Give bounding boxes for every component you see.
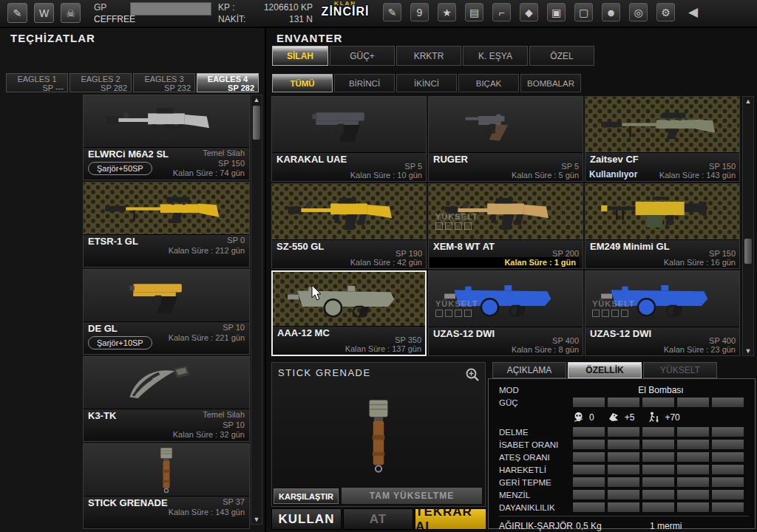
- cart-icon[interactable]: ▤: [465, 3, 483, 21]
- inventory-cell[interactable]: AAA-12 MC SP 350 Kalan Süre : 137 gün: [271, 270, 427, 356]
- equipment-panel: TEÇHİZATLAR EAGLES 1 SP --- EAGLES 2 SP …: [0, 28, 265, 532]
- notepad-icon[interactable]: ✎: [7, 3, 27, 23]
- inventory-sub-tabs: TÜMÜBİRİNCİİKİNCİBIÇAKBOMBALAR: [272, 74, 581, 92]
- upgrade-watermark: YÜKSELT: [592, 299, 635, 317]
- tab-g-[interactable]: GÜÇ+: [330, 46, 395, 66]
- weapon-name: EM249 Minimi GL: [590, 241, 670, 252]
- equipment-item[interactable]: ELWRCi M6A2 SL Şarjör+50SP Temel Silah S…: [83, 95, 250, 180]
- currency-block: KP : 1206610 KP NAKİT: 131 N: [218, 1, 313, 25]
- skull-emblem-icon[interactable]: ☠: [61, 3, 81, 23]
- game-logo: KLAN ZİNCİRİ: [319, 0, 371, 18]
- star-icon[interactable]: ★: [438, 3, 456, 21]
- remaining-time: Kalan Süre : 1 gün: [430, 257, 579, 267]
- inventory-cell[interactable]: RUGER SP 5 Kalan Süre : 5 gün: [428, 96, 583, 182]
- subtab-bi-ak[interactable]: BIÇAK: [458, 74, 519, 92]
- scrollbar-thumb[interactable]: [744, 239, 752, 264]
- cash-label: NAKİT:: [218, 13, 245, 25]
- equipment-item[interactable]: K3-TK Temel Silah SP 10 Kalan Süre : 32 …: [83, 356, 250, 442]
- subtab-i-ki-nci-[interactable]: İKİNCİ: [396, 74, 457, 92]
- equipment-item[interactable]: ETSR-1 GL SP 0 Kalan Süre : 212 gün: [83, 182, 250, 267]
- tab--zel[interactable]: ÖZEL: [529, 46, 594, 66]
- inventory-scrollbar[interactable]: ▲ ▼: [742, 96, 754, 356]
- loadout-tab-1[interactable]: EAGLES 1 SP ---: [6, 73, 68, 92]
- rebuy-button[interactable]: TEKRAR AL: [415, 508, 486, 530]
- cash-value: 131 N: [289, 13, 313, 25]
- weapon-sp: SP 5: [404, 162, 422, 171]
- stat-label: ATEŞ ORANI: [499, 453, 573, 462]
- inventory-cell[interactable]: YÜKSELT UZAS-12 DWI SP 400 Kalan Süre : …: [428, 270, 583, 356]
- weapon-image: [84, 444, 249, 497]
- inventory-cell[interactable]: KARAKAL UAE SP 5 Kalan Süre : 10 gün: [271, 96, 427, 182]
- creature-icon: [608, 412, 619, 423]
- gp-block: GP CEFFREE: [94, 1, 135, 25]
- stats-tab-a-iklama[interactable]: AÇIKLAMA: [492, 362, 566, 378]
- weapon-sp: SP 400: [709, 336, 736, 345]
- scroll-down-icon[interactable]: ▼: [251, 516, 262, 523]
- remaining-time: Kalan Süre : 16 gün: [664, 258, 736, 267]
- disk-icon[interactable]: ▢: [574, 3, 593, 21]
- use-button[interactable]: KULLAN: [271, 508, 342, 530]
- inventory-cell[interactable]: EM249 Minimi GL SP 150 Kalan Süre : 16 g…: [585, 183, 740, 269]
- compare-button[interactable]: KARŞILAŞTIR: [274, 488, 339, 504]
- magazine-bonus-badge: Şarjör+10SP: [88, 336, 152, 349]
- stat-bar: [573, 427, 744, 437]
- equipment-item[interactable]: DE GL Şarjör+10SP SP 10 Kalan Süre : 221…: [83, 269, 250, 355]
- inventory-cell[interactable]: YÜKSELT XEM-8 WT AT SP 200 Kalan Süre : …: [428, 183, 583, 269]
- equipment-item[interactable]: STICK GRENADE SP 37 Kalan Süre : 143 gün: [83, 443, 250, 529]
- weapon-name: DE GL: [88, 323, 118, 334]
- weapon-name: KARAKAL UAE: [276, 154, 347, 165]
- wolf-emblem-icon[interactable]: W: [34, 3, 54, 23]
- weapon-name: UZAS-12 DWI: [433, 328, 495, 339]
- g-icon[interactable]: 9: [410, 3, 429, 21]
- discard-button[interactable]: AT: [343, 508, 413, 530]
- remaining-time: Kalan Süre : 143 gün: [659, 171, 736, 180]
- magnifier-gear-icon[interactable]: ◎: [629, 3, 648, 21]
- loadout-tab-4[interactable]: EAGLES 4 SP 282: [197, 73, 259, 92]
- back-icon[interactable]: ◀: [684, 3, 702, 21]
- box-icon[interactable]: ▣: [547, 3, 566, 21]
- weapon-name: ELWRCi M6A2 SL: [88, 149, 169, 160]
- profile-icons: ✎W☠: [7, 3, 81, 23]
- inventory-cell[interactable]: YÜKSELT UZAS-12 DWI SP 400 Kalan Süre : …: [585, 270, 740, 356]
- stats-tab-y-kselt[interactable]: YÜKSELT: [643, 362, 717, 378]
- inventory-cell[interactable]: Zaitsev CF SP 150 Kullanılıyor Kalan Sür…: [585, 96, 740, 182]
- edit-icon[interactable]: ✎: [383, 3, 401, 21]
- kp-value: 1206610 KP: [264, 1, 313, 13]
- subtab-bombalar[interactable]: BOMBALAR: [520, 74, 581, 92]
- stats-tab--zelli-k[interactable]: ÖZELLİK: [568, 362, 642, 378]
- tab-k-e-ya[interactable]: K. EŞYA: [463, 46, 528, 66]
- loadout-tab-2[interactable]: EAGLES 2 SP 282: [69, 73, 132, 92]
- shield-icon[interactable]: ◆: [520, 3, 538, 21]
- settings-icon[interactable]: ⚙: [656, 3, 675, 21]
- magnify-icon[interactable]: [465, 367, 480, 382]
- stat-bar: [573, 490, 744, 499]
- weapon-name: UZAS-12 DWI: [590, 328, 651, 339]
- subtab-t-m-[interactable]: TÜMÜ: [272, 74, 333, 92]
- kp-label: KP :: [218, 1, 234, 13]
- weapon-sp: SP 350: [395, 335, 421, 344]
- profile-icon[interactable]: ☻: [602, 3, 620, 21]
- inventory-cell[interactable]: SZ-550 GL SP 190 Kalan Süre : 42 gün: [271, 183, 427, 269]
- stat-bar: [573, 502, 744, 512]
- scroll-up-icon[interactable]: ▲: [743, 98, 753, 105]
- gun-icon[interactable]: ⌐: [492, 3, 511, 21]
- scrollbar-thumb[interactable]: [253, 106, 260, 140]
- tab-si-lah[interactable]: SİLAH: [272, 46, 328, 66]
- scroll-up-icon[interactable]: ▲: [251, 96, 262, 103]
- stat-label: İSABET ORANI: [499, 440, 573, 449]
- weapon-image: [273, 272, 425, 328]
- scroll-down-icon[interactable]: ▼: [743, 347, 753, 355]
- remaining-time: Kalan Süre : 5 gün: [512, 171, 579, 180]
- stats-box: MOD El BombasıGÜÇ0+5+70DELMEİSABET ORANI…: [488, 378, 756, 529]
- equipment-title: TEÇHİZATLAR: [10, 32, 95, 44]
- loadout-tab-3[interactable]: EAGLES 3 SP 232: [133, 73, 195, 92]
- preview-item-image: [356, 375, 401, 499]
- gp-label: GP: [94, 1, 135, 13]
- equipment-scrollbar[interactable]: ▲ ▼: [251, 95, 262, 525]
- weapon-image: [272, 97, 426, 153]
- tab-krktr[interactable]: KRKTR: [396, 46, 461, 66]
- remaining-time: Kalan Süre : 10 gün: [350, 171, 422, 180]
- weapon-name: AAA-12 MC: [277, 327, 330, 338]
- weapon-sp: SP 400: [552, 336, 579, 345]
- subtab-bi-ri-nci-[interactable]: BİRİNCİ: [334, 74, 395, 92]
